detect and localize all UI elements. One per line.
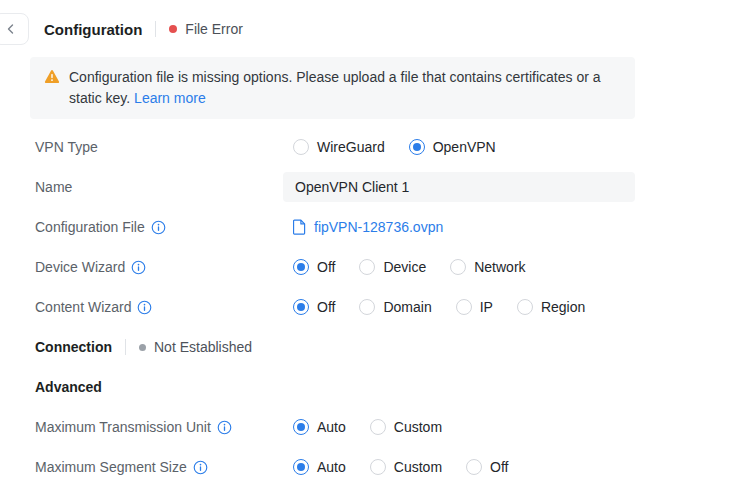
radio-content-wizard-domain[interactable]: Domain — [359, 299, 431, 315]
row-vpn-type: VPN Type WireGuard OpenVPN — [35, 127, 743, 167]
info-icon[interactable] — [131, 260, 146, 275]
vpn-type-label: VPN Type — [35, 139, 283, 155]
warning-triangle-icon — [44, 67, 60, 90]
radio-icon — [359, 299, 375, 315]
radio-content-wizard-off[interactable]: Off — [293, 299, 335, 315]
config-file-link[interactable]: fipVPN-128736.ovpn — [293, 219, 443, 235]
file-error-dot-icon — [169, 25, 177, 33]
row-mss: Maximum Segment Size Auto Custom — [35, 447, 743, 487]
radio-icon-selected — [293, 459, 309, 475]
page-title: Configuration — [44, 21, 142, 38]
radio-content-wizard-region[interactable]: Region — [517, 299, 585, 315]
row-advanced: Advanced — [35, 367, 743, 407]
radio-icon-selected — [293, 419, 309, 435]
vpn-configuration-page: Configuration File Error Configuration f… — [0, 0, 743, 498]
radio-icon-selected — [293, 259, 309, 275]
warning-message: Configuration file is missing options. P… — [69, 67, 621, 109]
radio-mss-off[interactable]: Off — [466, 459, 508, 475]
radio-mss-auto[interactable]: Auto — [293, 459, 346, 475]
name-input[interactable] — [283, 172, 635, 202]
mss-radio-group: Auto Custom Off — [293, 459, 508, 475]
device-wizard-label: Device Wizard — [35, 259, 283, 275]
row-content-wizard: Content Wizard Off Domain — [35, 287, 743, 327]
radio-icon — [370, 459, 386, 475]
warning-banner: Configuration file is missing options. P… — [30, 57, 635, 119]
configuration-file-label: Configuration File — [35, 219, 283, 235]
radio-icon-selected — [409, 139, 425, 155]
configuration-form: VPN Type WireGuard OpenVPN Name — [35, 127, 743, 487]
row-configuration-file: Configuration File fipVPN-128736.ovpn — [35, 207, 743, 247]
connection-divider — [125, 339, 126, 355]
radio-icon — [370, 419, 386, 435]
row-connection: Connection Not Established — [35, 327, 743, 367]
page-header: Configuration File Error — [0, 0, 743, 45]
document-icon — [293, 219, 306, 235]
radio-content-wizard-ip[interactable]: IP — [456, 299, 493, 315]
name-label: Name — [35, 179, 283, 195]
radio-wireguard[interactable]: WireGuard — [293, 139, 385, 155]
config-file-name: fipVPN-128736.ovpn — [314, 219, 443, 235]
learn-more-link[interactable]: Learn more — [134, 90, 206, 106]
mtu-radio-group: Auto Custom — [293, 419, 442, 435]
radio-icon — [517, 299, 533, 315]
content-wizard-label: Content Wizard — [35, 299, 283, 315]
radio-icon — [450, 259, 466, 275]
radio-icon — [456, 299, 472, 315]
row-name: Name — [35, 167, 743, 207]
connection-status-dot-icon — [139, 344, 146, 351]
radio-mss-custom[interactable]: Custom — [370, 459, 442, 475]
radio-icon — [293, 139, 309, 155]
connection-heading: Connection — [35, 339, 112, 355]
mtu-label: Maximum Transmission Unit — [35, 419, 283, 435]
back-button[interactable] — [0, 13, 29, 45]
radio-device-wizard-device[interactable]: Device — [359, 259, 426, 275]
radio-openvpn[interactable]: OpenVPN — [409, 139, 496, 155]
row-mtu: Maximum Transmission Unit Auto Custom — [35, 407, 743, 447]
radio-mtu-custom[interactable]: Custom — [370, 419, 442, 435]
header-divider — [155, 21, 156, 37]
radio-device-wizard-off[interactable]: Off — [293, 259, 335, 275]
vpn-type-radio-group: WireGuard OpenVPN — [293, 139, 496, 155]
radio-icon — [359, 259, 375, 275]
info-icon[interactable] — [217, 420, 232, 435]
radio-icon — [466, 459, 482, 475]
content-wizard-radio-group: Off Domain IP Region — [293, 299, 585, 315]
file-error-status: File Error — [185, 21, 243, 37]
mss-label: Maximum Segment Size — [35, 459, 283, 475]
radio-icon-selected — [293, 299, 309, 315]
radio-mtu-auto[interactable]: Auto — [293, 419, 346, 435]
info-icon[interactable] — [151, 220, 166, 235]
connection-status: Not Established — [154, 339, 252, 355]
radio-device-wizard-network[interactable]: Network — [450, 259, 525, 275]
advanced-heading: Advanced — [35, 379, 102, 395]
device-wizard-radio-group: Off Device Network — [293, 259, 526, 275]
row-device-wizard: Device Wizard Off Device — [35, 247, 743, 287]
info-icon[interactable] — [193, 460, 208, 475]
chevron-left-icon — [5, 23, 17, 35]
info-icon[interactable] — [137, 300, 152, 315]
